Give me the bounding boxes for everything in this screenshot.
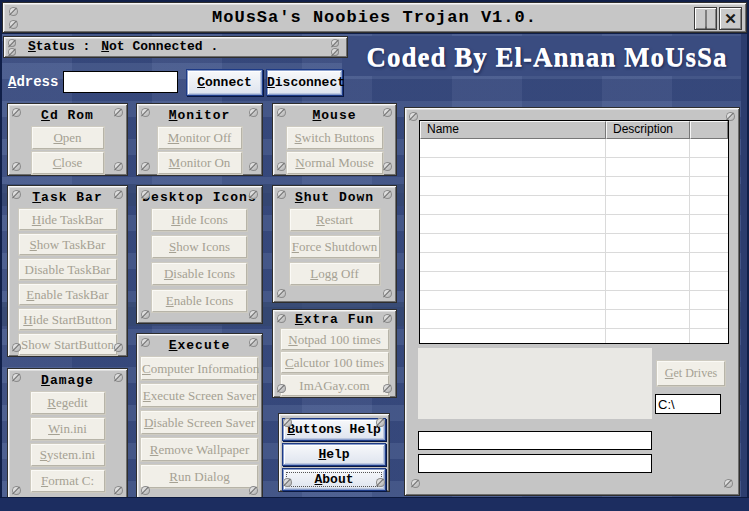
status-bar: Status : Not Connected . bbox=[3, 36, 348, 58]
table-row bbox=[420, 253, 728, 272]
about-button[interactable]: About bbox=[282, 468, 386, 491]
screw-icon bbox=[114, 373, 123, 382]
screw-icon bbox=[724, 479, 733, 488]
panel-title-damage: Damage bbox=[8, 373, 127, 388]
hide-icons-button[interactable]: Hide Icons bbox=[152, 209, 247, 231]
screw-icon bbox=[114, 190, 123, 199]
restart-button[interactable]: Restart bbox=[290, 209, 380, 231]
status-label: Status : bbox=[28, 37, 90, 57]
panel-monitor: Monitor Monitor Off Monitor On bbox=[136, 103, 263, 176]
notpad-100-times-button[interactable]: Notpad 100 times bbox=[281, 329, 389, 350]
panel-title-execute: Execute bbox=[137, 338, 262, 353]
remove-wallpaper-button[interactable]: Remove Wallpaper bbox=[141, 438, 258, 461]
table-row bbox=[420, 272, 728, 291]
panel-title-monitor: Monitor bbox=[137, 108, 262, 123]
panel-mouse: Mouse Switch Buttons Normal Mouse bbox=[272, 103, 397, 176]
panel-damage: Damage Regedit Win.ini System.ini Format… bbox=[7, 368, 128, 500]
screw-icon bbox=[12, 373, 21, 382]
close-button[interactable]: ✕ bbox=[719, 7, 742, 30]
drive-path-input[interactable] bbox=[655, 394, 721, 414]
screw-icon bbox=[114, 108, 123, 117]
panel-desktop-icons: Desktop Icons Hide Icons Show Icons Disa… bbox=[136, 185, 263, 324]
calcutor-100-times-button[interactable]: Calcutor 100 times bbox=[281, 352, 389, 373]
address-input[interactable] bbox=[63, 71, 178, 93]
screw-icon bbox=[9, 7, 18, 16]
win-ini-button[interactable]: Win.ini bbox=[31, 418, 105, 440]
minimize-button[interactable] bbox=[694, 7, 717, 30]
path-field-2[interactable] bbox=[418, 454, 652, 473]
disable-screen-saver-button[interactable]: Disable Screen Saver bbox=[141, 411, 258, 434]
table-row bbox=[420, 310, 728, 329]
title-bar[interactable]: MoUsSa's Noobies Trojan V1.0. ✕ bbox=[2, 2, 747, 33]
computer-information-button[interactable]: Computer Information bbox=[141, 357, 258, 380]
panel-cd-rom: Cd Rom Open Close bbox=[7, 103, 128, 176]
hide-startbutton-button[interactable]: Hide StartButton bbox=[19, 309, 117, 330]
screw-icon bbox=[249, 338, 258, 347]
screw-icon bbox=[249, 190, 258, 199]
show-icons-button[interactable]: Show Icons bbox=[152, 236, 247, 258]
force-shutdown-button[interactable]: Force Shutdown bbox=[290, 236, 380, 258]
show-startbutton-button[interactable]: Show StartButton bbox=[19, 334, 117, 355]
screw-icon bbox=[283, 478, 292, 487]
panel-task-bar: Task Bar Hide TaskBar Show TaskBar Disab… bbox=[7, 185, 128, 357]
panel-extra-fun: Extra Fun Notpad 100 times Calcutor 100 … bbox=[272, 309, 397, 398]
run-dialog-button[interactable]: Run Dialog bbox=[141, 465, 258, 488]
screw-icon bbox=[9, 20, 18, 29]
column-header-description[interactable]: Description bbox=[606, 121, 690, 139]
window-bottom-edge bbox=[0, 497, 749, 511]
panel-title-cd-rom: Cd Rom bbox=[8, 108, 127, 123]
hide-taskbar-button[interactable]: Hide TaskBar bbox=[19, 209, 117, 230]
screw-icon bbox=[249, 162, 258, 171]
close-icon: ✕ bbox=[724, 11, 737, 27]
screw-icon bbox=[331, 48, 339, 56]
screw-icon bbox=[409, 112, 418, 121]
normal-mouse-button[interactable]: Normal Mouse bbox=[287, 152, 383, 174]
system-ini-button[interactable]: System.ini bbox=[31, 444, 105, 466]
monitor-off-button[interactable]: Monitor Off bbox=[158, 127, 242, 149]
disable-icons-button[interactable]: Disable Icons bbox=[152, 263, 247, 285]
screw-icon bbox=[277, 314, 286, 323]
file-listview[interactable]: Name Description bbox=[419, 120, 729, 344]
format-c-button[interactable]: Format C: bbox=[31, 470, 105, 492]
screw-icon bbox=[8, 48, 16, 56]
path-field-1[interactable] bbox=[418, 431, 652, 450]
cd-open-button[interactable]: Open bbox=[32, 127, 104, 149]
regedit-button[interactable]: Regedit bbox=[31, 392, 105, 414]
connect-button[interactable]: Connect bbox=[186, 69, 263, 96]
drives-listbox[interactable] bbox=[418, 348, 652, 419]
disconnect-button[interactable]: Disconnect bbox=[266, 69, 343, 96]
listview-header: Name Description bbox=[420, 121, 728, 139]
table-row bbox=[420, 139, 728, 158]
cd-close-button[interactable]: Close bbox=[32, 152, 104, 174]
screw-icon bbox=[12, 486, 21, 495]
get-drives-button[interactable]: Get Drives bbox=[657, 361, 725, 386]
minimize-icon bbox=[705, 10, 707, 29]
panel-execute: Execute Computer Information Execute Scr… bbox=[136, 333, 263, 500]
monitor-on-button[interactable]: Monitor On bbox=[158, 152, 242, 174]
column-header-blank[interactable] bbox=[690, 121, 728, 139]
screw-icon bbox=[383, 162, 392, 171]
screw-icon bbox=[383, 314, 392, 323]
show-taskbar-button[interactable]: Show TaskBar bbox=[19, 234, 117, 255]
screw-icon bbox=[12, 108, 21, 117]
table-row bbox=[420, 329, 728, 344]
table-row bbox=[420, 177, 728, 196]
logg-off-button[interactable]: Logg Off bbox=[290, 263, 380, 285]
enable-taskbar-button[interactable]: Enable TaskBar bbox=[19, 284, 117, 305]
disable-taskbar-button[interactable]: Disable TaskBar bbox=[19, 259, 117, 280]
panel-buttons-help: Buttons Help Help About bbox=[278, 413, 390, 492]
screw-icon bbox=[249, 108, 258, 117]
switch-buttons-button[interactable]: Switch Buttons bbox=[287, 127, 383, 149]
table-row bbox=[420, 215, 728, 234]
column-header-name[interactable]: Name bbox=[420, 121, 606, 139]
screw-icon bbox=[141, 190, 150, 199]
enable-icons-button[interactable]: Enable Icons bbox=[152, 290, 247, 312]
panel-title-mouse: Mouse bbox=[273, 108, 396, 123]
buttons-help-button[interactable]: Buttons Help bbox=[282, 418, 386, 441]
screw-icon bbox=[249, 486, 258, 495]
imagay-com-button[interactable]: ImAGay.com bbox=[281, 375, 389, 396]
screw-icon bbox=[141, 108, 150, 117]
screw-icon bbox=[277, 289, 286, 298]
help-button[interactable]: Help bbox=[282, 443, 386, 466]
execute-screen-saver-button[interactable]: Execute Screen Saver bbox=[141, 384, 258, 407]
